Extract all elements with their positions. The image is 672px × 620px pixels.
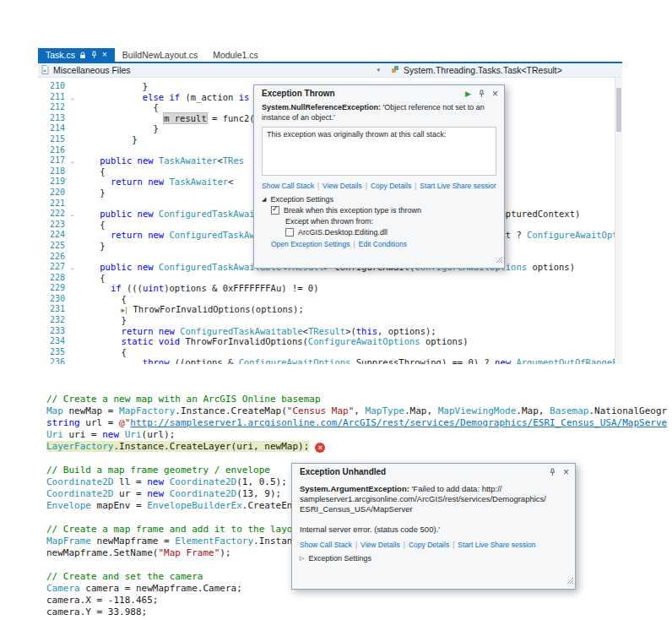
close-icon[interactable]: ×	[102, 51, 107, 59]
code-text: static void ThrowForInvalidOptions(Confi…	[79, 336, 469, 347]
exception-settings-expander[interactable]: ◢ Exception Settings	[262, 195, 496, 204]
scrollbar-thumb[interactable]	[616, 88, 621, 132]
line-number: 232	[38, 315, 65, 326]
fold-margin	[65, 315, 79, 326]
editor-line[interactable]: 234 static void ThrowForInvalidOptions(C…	[38, 336, 622, 347]
break-checkbox[interactable]: ✓	[271, 206, 279, 215]
pin-icon[interactable]	[478, 90, 485, 98]
editor-line[interactable]: 235 {	[38, 347, 622, 358]
fold-margin	[65, 134, 79, 145]
fold-margin	[65, 145, 79, 156]
fold-chevron-icon[interactable]: ›	[65, 262, 79, 273]
chevron-down-icon[interactable]: ▾	[377, 67, 380, 73]
link-separator: |	[415, 182, 416, 190]
copy-details-link[interactable]: Copy Details	[371, 182, 411, 190]
callstack-box: This exception was originally thrown at …	[262, 127, 496, 176]
action-links: Show Call Stack|View Details|Copy Detail…	[300, 541, 567, 549]
code-text: {	[79, 102, 159, 113]
error-icon[interactable]: ×	[315, 443, 325, 453]
line-number: 210	[38, 81, 65, 92]
snippet-line[interactable]: // Create a new map with an ArcGIS Onlin…	[46, 394, 672, 405]
code-text: else if (m_action is Fu	[79, 92, 265, 103]
tab-task-cs[interactable]: Task.cs×	[38, 48, 115, 62]
close-icon[interactable]: ×	[563, 467, 569, 477]
editor-line[interactable]: 232 }	[38, 315, 622, 326]
resize-grip[interactable]	[566, 573, 574, 588]
line-number: 213	[38, 113, 65, 124]
dll-checkbox[interactable]	[285, 228, 294, 237]
line-number: 216	[38, 145, 65, 156]
link-separator: |	[366, 182, 367, 190]
pin-icon[interactable]	[90, 51, 98, 59]
line-number: 222	[38, 209, 65, 220]
fold-margin	[65, 81, 79, 92]
code-text: {	[79, 166, 106, 177]
fold-margin	[65, 336, 79, 347]
tab-label: Task.cs	[46, 50, 75, 60]
vertical-scrollbar[interactable]	[615, 78, 622, 364]
exception-settings-label: Exception Settings	[270, 195, 333, 204]
pin-icon[interactable]	[549, 468, 556, 476]
snippet-line[interactable]: Uri uri = new Uri(url);	[46, 429, 672, 441]
exception-message: System.ArgumentException: 'Failed to add…	[300, 484, 567, 535]
line-number: 231	[38, 304, 65, 315]
csharp-file-icon: #	[41, 65, 49, 76]
continue-execution-icon[interactable]: ▶	[465, 90, 471, 98]
line-number: 224	[38, 230, 65, 241]
start-live-share-session-link[interactable]: Start Live Share session	[458, 541, 535, 549]
project-dropdown[interactable]: # Miscellaneous Files ▾	[38, 65, 384, 76]
open-exception-settings-link[interactable]: Open Exception Settings	[271, 240, 350, 248]
fold-margin	[65, 283, 79, 294]
show-call-stack-link[interactable]: Show Call Stack	[262, 182, 314, 190]
fold-chevron-icon[interactable]: ›	[65, 92, 79, 103]
fold-margin	[65, 252, 79, 263]
line-number: 233	[38, 326, 65, 337]
tab-label: Module1.cs	[213, 50, 258, 60]
code-text: {	[79, 273, 106, 284]
edit-conditions-link[interactable]: Edit Conditions	[359, 240, 407, 248]
resize-grip[interactable]	[496, 252, 503, 267]
line-number: 211	[38, 92, 65, 103]
snippet-line[interactable]: string url = @"http://sampleserver1.arcg…	[46, 417, 672, 429]
fold-margin	[65, 123, 79, 134]
editor-line[interactable]: 228 {	[38, 273, 622, 284]
view-details-link[interactable]: View Details	[360, 541, 400, 549]
fold-margin	[65, 166, 79, 177]
code-text: throw ((options & ConfigureAwaitOptions.…	[79, 357, 622, 364]
class-icon	[391, 65, 399, 75]
dll-checkbox-label: ArcGIS.Desktop.Editing.dll	[298, 228, 387, 237]
popup-body: System.NullReferenceException: 'Object r…	[254, 101, 504, 248]
fold-chevron-icon[interactable]: ›	[65, 209, 79, 220]
snippet-line[interactable]: camera.Y = 33.988;	[46, 606, 672, 618]
lock-icon	[79, 52, 86, 59]
popup-body: System.ArgumentException: 'Failed to add…	[292, 480, 575, 563]
exception-settings-expander[interactable]: ▷ Exception Settings	[300, 554, 567, 563]
exception-unhandled-popup: Exception Unhandled × System.ArgumentExc…	[291, 463, 576, 590]
code-text: }	[79, 315, 127, 326]
editor-line[interactable]: 231 ▸| ThrowForInvalidOptions(options);	[38, 304, 622, 315]
close-icon[interactable]: ×	[492, 89, 498, 99]
line-number: 217	[38, 155, 65, 166]
code-text: return new TaskAwaiter<	[79, 177, 233, 188]
dll-exclusion-row: ArcGIS.Desktop.Editing.dll	[285, 228, 496, 237]
editor-line[interactable]: 229 if (((uint)options & 0xFFFFFFFAu) !=…	[38, 283, 622, 294]
editor-line[interactable]: 230 {	[38, 294, 622, 305]
snippet-line[interactable]: camera.X = -118.465;	[46, 595, 672, 606]
line-number: 228	[38, 273, 65, 284]
start-live-share-session-link[interactable]: Start Live Share session	[420, 182, 496, 190]
exception-message: System.NullReferenceException: 'Object r…	[262, 103, 496, 122]
snippet-line[interactable]: LayerFactory.Instance.CreateLayer(uri, n…	[46, 441, 672, 453]
editor-line[interactable]: 236 throw ((options & ConfigureAwaitOpti…	[38, 357, 622, 364]
show-call-stack-link[interactable]: Show Call Stack	[300, 541, 352, 549]
editor-line[interactable]: 233 return new ConfiguredTaskAwaitable<T…	[38, 326, 622, 337]
view-details-link[interactable]: View Details	[322, 182, 362, 190]
code-text: }	[79, 81, 148, 92]
tab-module1-cs[interactable]: Module1.cs	[205, 48, 266, 62]
tab-buildnewlayout-cs[interactable]: BuildNewLayout.cs	[115, 48, 205, 62]
fold-margin	[65, 241, 79, 252]
copy-details-link[interactable]: Copy Details	[409, 541, 449, 549]
code-text: if (((uint)options & 0xFFFFFFFAu) != 0)	[79, 283, 319, 294]
snippet-line[interactable]: Map newMap = MapFactory.Instance.CreateM…	[46, 405, 672, 417]
fold-chevron-icon[interactable]: ›	[65, 155, 79, 166]
member-dropdown[interactable]: System.Threading.Tasks.Task<TResult>	[384, 65, 562, 75]
